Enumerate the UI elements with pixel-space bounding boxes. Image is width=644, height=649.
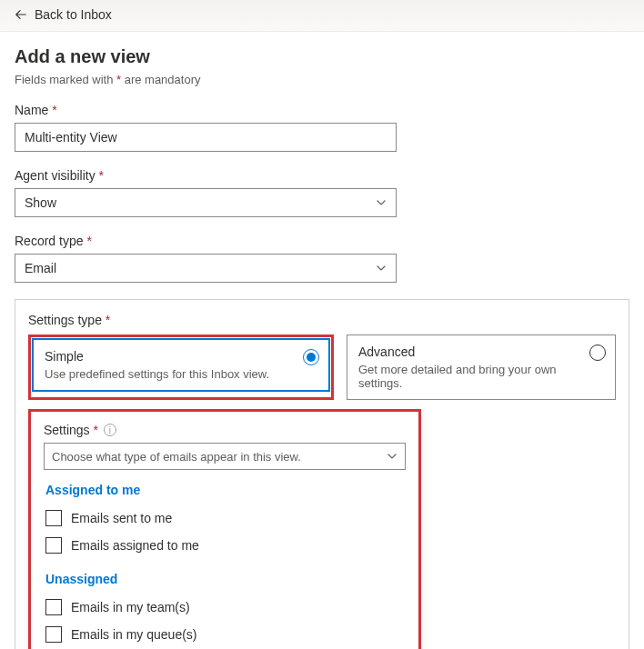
settings-label: Settings * [44,423,98,437]
checkbox-icon [45,510,62,526]
topbar: Back to Inbox [0,0,644,32]
record-type-label: Record type * [15,234,629,248]
agent-visibility-label: Agent visibility * [15,168,629,183]
back-to-inbox-link[interactable]: Back to Inbox [15,7,112,22]
settings-panel: Settings type * Simple Use predefined se… [15,299,629,649]
name-field: Name * Multi-entity View [15,103,629,152]
option-emails-in-my-teams[interactable]: Emails in my team(s) [44,594,406,621]
settings-type-group: Simple Use predefined settings for this … [28,334,616,400]
mandatory-hint: Fields marked with * are mandatory [15,73,629,86]
highlight-settings: Settings * i Choose what type of emails … [28,409,421,649]
option-emails-sent-to-me[interactable]: Emails sent to me [44,504,406,532]
highlight-simple: Simple Use predefined settings for this … [28,334,334,400]
settings-label-row: Settings * i [44,423,406,437]
group-title-unassigned: Unassigned [45,572,406,586]
checkbox-icon [45,599,62,615]
page-title: Add a new view [15,46,629,67]
arrow-left-icon [15,8,27,21]
radio-icon [589,344,606,361]
chevron-down-icon [376,263,387,274]
option-emails-in-my-queues[interactable]: Emails in my queue(s) [44,621,406,648]
chevron-down-icon [376,197,387,208]
settings-type-label: Settings type * [28,313,616,327]
record-type-field: Record type * Email [15,234,629,283]
radio-icon [303,349,319,365]
back-label: Back to Inbox [35,7,112,22]
option-emails-assigned-to-me[interactable]: Emails assigned to me [44,532,406,559]
settings-options: Assigned to me Emails sent to me Emails … [44,483,406,649]
settings-select[interactable]: Choose what type of emails appear in thi… [44,443,406,470]
page-content: Add a new view Fields marked with * are … [0,32,644,649]
checkbox-icon [45,626,62,643]
agent-visibility-select[interactable]: Show [15,188,397,217]
settings-type-simple[interactable]: Simple Use predefined settings for this … [33,339,329,391]
group-title-assigned: Assigned to me [45,483,406,497]
agent-visibility-field: Agent visibility * Show [15,168,629,217]
chevron-down-icon [387,451,397,462]
name-input[interactable]: Multi-entity View [15,123,397,152]
name-label: Name * [15,103,629,117]
checkbox-icon [45,537,62,554]
record-type-select[interactable]: Email [15,254,397,283]
info-icon[interactable]: i [104,424,116,436]
settings-type-advanced[interactable]: Advanced Get more detailed and bring you… [347,334,616,400]
